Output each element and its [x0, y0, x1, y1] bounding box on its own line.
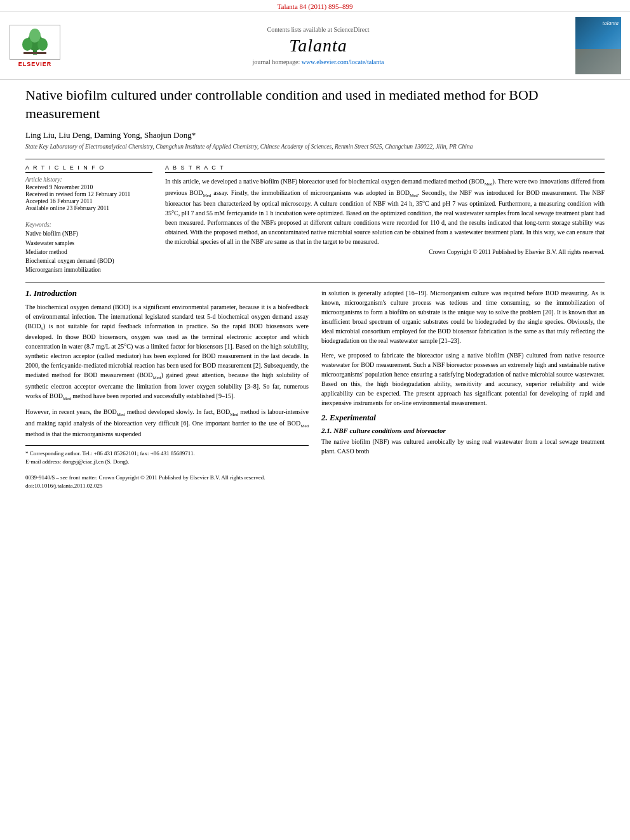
cover-overlay [575, 49, 621, 74]
journal-header: ELSEVIER Contents lists available at Sci… [0, 12, 630, 80]
keyword-4: Biochemical oxygen demand (BOD) [25, 257, 152, 265]
journal-homepage-line: journal homepage: www.elsevier.com/locat… [252, 58, 384, 65]
available-date: Available online 23 February 2011 [25, 205, 152, 211]
keyword-5: Microorganism immobilization [25, 265, 152, 274]
section1-paragraph1: The biochemical oxygen demand (BOD) is a… [25, 302, 309, 403]
section1-title: 1. Introduction [25, 288, 309, 298]
section2-title: 2. Experimental [321, 413, 605, 423]
body-right-column: in solution is generally adopted [16–19]… [321, 288, 605, 490]
journal-reference-bar: Talanta 84 (2011) 895–899 [0, 0, 630, 12]
authors-line: Ling Liu, Liu Deng, Daming Yong, Shaojun… [25, 130, 605, 140]
sciencedirect-line: Contents lists available at ScienceDirec… [267, 26, 369, 33]
article-info-abstract: A R T I C L E I N F O Article history: R… [25, 164, 605, 274]
body-columns: 1. Introduction The biochemical oxygen d… [25, 288, 605, 490]
article-title: Native biofilm cultured under controllab… [25, 86, 605, 123]
accepted-date: Accepted 16 February 2011 [25, 198, 152, 204]
elsevier-brand-text: ELSEVIER [18, 61, 52, 67]
talanta-cover-image: talanta [573, 17, 624, 74]
svg-point-4 [29, 29, 41, 43]
affiliation-text: State Key Laboratory of Electroanalytica… [25, 143, 605, 151]
section2-subsection: 2.1. NBF culture conditions and bioreact… [321, 427, 605, 434]
abstract-text: In this article, we developed a native b… [165, 177, 605, 246]
journal-homepage-link[interactable]: www.elsevier.com/locate/talanta [302, 58, 384, 65]
body-left-column: 1. Introduction The biochemical oxygen d… [25, 288, 309, 490]
journal-ref-text: Talanta 84 (2011) 895–899 [278, 3, 353, 10]
divider-1 [25, 159, 605, 159]
received-revised-date: Received in revised form 12 February 201… [25, 191, 152, 197]
article-info-column: A R T I C L E I N F O Article history: R… [25, 164, 152, 274]
elsevier-logo-box [10, 25, 60, 60]
section1-paragraph2: However, in recent years, the BODMed met… [25, 407, 309, 439]
copyright-text: Crown Copyright © 2011 Published by Else… [165, 249, 605, 255]
divider-2 [25, 283, 605, 283]
elsevier-logo: ELSEVIER [6, 17, 64, 74]
talanta-cover-graphic: talanta [575, 17, 621, 74]
section2-paragraph1: The native biofilm (NBF) was cultured ae… [321, 437, 605, 456]
elsevier-tree-icon [16, 28, 54, 57]
keyword-3: Mediator method [25, 248, 152, 257]
keyword-1: Native biofilm (NBF) [25, 229, 152, 238]
journal-center-header: Contents lists available at ScienceDirec… [69, 17, 568, 74]
footnote-doi: doi:10.1016/j.talanta.2011.02.025 [25, 482, 309, 490]
footnote-email: E-mail address: dongsj@ciac.jl.cn (S. Do… [25, 458, 309, 466]
article-info-header: A R T I C L E I N F O [25, 164, 152, 173]
section1-right-paragraph2: Here, we proposed to fabricate the biore… [321, 350, 605, 408]
received-date: Received 9 November 2010 [25, 184, 152, 190]
main-content: Native biofilm cultured under controllab… [0, 80, 630, 496]
keyword-2: Wastewater samples [25, 239, 152, 248]
journal-title: Talanta [289, 36, 347, 56]
footnotes: * Corresponding author. Tel.: +86 431 85… [25, 445, 309, 490]
footnote-corresponding: * Corresponding author. Tel.: +86 431 85… [25, 450, 309, 458]
footnote-doi-line: 0039-9140/$ – see front matter. Crown Co… [25, 474, 309, 482]
svg-rect-5 [23, 52, 46, 54]
abstract-header: A B S T R A C T [165, 164, 605, 173]
section1-right-paragraph1: in solution is generally adopted [16–19]… [321, 288, 605, 345]
abstract-column: A B S T R A C T In this article, we deve… [165, 164, 605, 274]
article-history-label: Article history: [25, 177, 152, 183]
talanta-cover-text: talanta [602, 20, 619, 26]
keywords-list: Native biofilm (NBF) Wastewater samples … [25, 229, 152, 274]
keywords-label: Keywords: [25, 222, 152, 228]
